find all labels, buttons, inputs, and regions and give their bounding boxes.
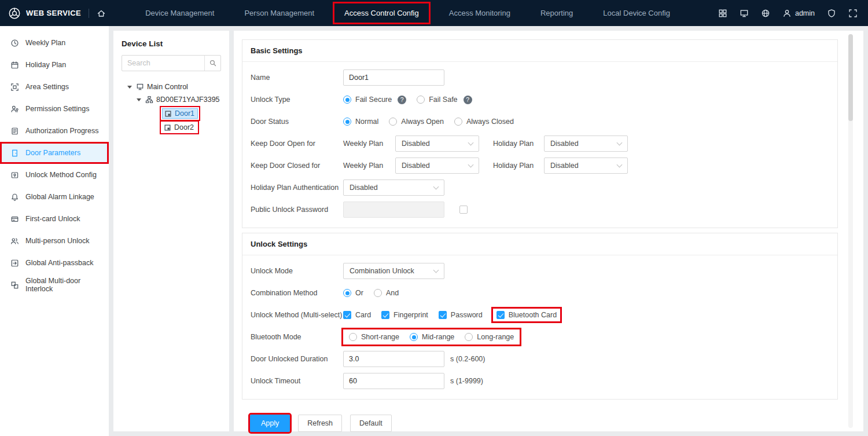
radio-short-range[interactable]: Short-range	[349, 333, 399, 341]
sidebar-item-label: Global Alarm Linkage	[25, 193, 94, 201]
monitor-icon[interactable]	[740, 9, 749, 18]
unlock-mode-select[interactable]: Combination Unlock	[343, 263, 444, 279]
multi-person-icon	[10, 237, 19, 246]
name-input[interactable]	[343, 69, 444, 86]
checkbox-label: Bluetooth Card	[509, 311, 557, 319]
checkbox-fingerprint[interactable]: Fingerprint	[381, 311, 428, 319]
main-panel: Basic Settings Name Unlock Type Fail Sec…	[234, 31, 863, 431]
default-button[interactable]: Default	[350, 415, 392, 432]
door-icon	[10, 149, 19, 157]
topbar-right-icons: admin	[718, 9, 868, 18]
sidebar-item-global-alarm-linkage[interactable]: Global Alarm Linkage	[0, 186, 109, 208]
sidebar-item-door-parameters[interactable]: Door Parameters	[0, 142, 109, 164]
radio-label: Always Closed	[466, 118, 514, 126]
help-icon[interactable]	[398, 96, 406, 104]
public-password-input[interactable]	[343, 201, 444, 218]
holiday-plan-label: Holiday Plan	[493, 140, 544, 148]
row-door-unlocked-duration: Door Unlocked Duration s (0.2-600)	[242, 348, 837, 370]
document-progress-icon	[10, 127, 19, 135]
tree-node-door1[interactable]: Door1	[113, 107, 229, 120]
door2-chip[interactable]: Door2	[162, 123, 197, 132]
scrollbar-thumb[interactable]	[848, 34, 853, 121]
caret-down-icon[interactable]	[127, 86, 132, 89]
interlock-icon	[10, 281, 19, 290]
timeout-input[interactable]	[343, 373, 444, 389]
checkbox-password[interactable]: Password	[439, 311, 483, 319]
sidebar: Weekly Plan Holiday Plan Area Settings P…	[0, 26, 109, 436]
caret-down-icon[interactable]	[137, 98, 141, 101]
keep-open-holiday-select[interactable]: Disabled	[544, 135, 628, 152]
search-input[interactable]	[122, 59, 204, 67]
sidebar-item-multi-person-unlock[interactable]: Multi-person Unlock	[0, 230, 109, 252]
radio-label: Long-range	[477, 333, 514, 341]
sidebar-item-label: Multi-person Unlock	[25, 237, 89, 245]
radio-icon	[389, 118, 397, 126]
radio-long-range[interactable]: Long-range	[465, 333, 514, 341]
sidebar-item-permission-settings[interactable]: Permission Settings	[0, 98, 109, 120]
tree-node-controller[interactable]: 8D00E71YAJF3395	[113, 93, 229, 106]
main-control-icon	[136, 83, 144, 91]
checkbox-card[interactable]: Card	[343, 311, 371, 319]
radio-mid-range[interactable]: Mid-range	[410, 333, 454, 341]
sidebar-item-unlock-method-config[interactable]: Unlock Method Config	[0, 164, 109, 186]
apply-button[interactable]: Apply	[250, 415, 290, 432]
radio-always-open[interactable]: Always Open	[389, 118, 444, 126]
fullscreen-icon[interactable]	[848, 9, 858, 18]
tree-node-label: Main Control	[147, 83, 188, 91]
name-label: Name	[251, 74, 343, 82]
nav-local-device-config[interactable]: Local Device Config	[593, 3, 680, 23]
checkbox-bluetooth-card[interactable]: Bluetooth Card	[493, 309, 560, 321]
chevron-down-icon	[468, 162, 474, 167]
apps-grid-icon[interactable]	[718, 9, 727, 18]
nav-reporting[interactable]: Reporting	[531, 3, 583, 23]
sidebar-item-global-multi-door-interlock[interactable]: Global Multi-door Interlock	[0, 274, 109, 296]
radio-and[interactable]: And	[374, 289, 399, 297]
radio-label: Or	[355, 289, 363, 297]
radio-fail-secure[interactable]: Fail Secure	[343, 96, 406, 104]
device-search	[122, 55, 221, 71]
public-password-checkbox[interactable]	[459, 206, 468, 214]
help-icon[interactable]	[464, 96, 472, 104]
globe-icon[interactable]	[761, 9, 770, 18]
radio-icon	[454, 118, 462, 126]
home-icon[interactable]	[97, 9, 106, 18]
row-public-unlock-password: Public Unlock Password	[242, 199, 837, 221]
tree-node-door2[interactable]: Door2	[113, 121, 229, 134]
radio-normal[interactable]: Normal	[343, 118, 378, 126]
device-list-title: Device List	[113, 31, 229, 55]
door1-chip[interactable]: Door1	[162, 108, 198, 119]
area-frame-icon	[10, 83, 19, 91]
radio-icon	[417, 96, 425, 104]
radio-fail-safe[interactable]: Fail Safe	[417, 96, 472, 104]
holiday-auth-select[interactable]: Disabled	[343, 179, 444, 196]
unlock-settings-section: Unlock Settings Unlock Mode Combination …	[242, 233, 838, 400]
keep-open-weekly-select[interactable]: Disabled	[395, 135, 479, 152]
security-shield-icon[interactable]	[827, 9, 836, 18]
radio-selected-icon	[410, 333, 418, 341]
nav-access-monitoring[interactable]: Access Monitoring	[439, 3, 520, 23]
sidebar-item-weekly-plan[interactable]: Weekly Plan	[0, 32, 109, 54]
chevron-down-icon	[617, 162, 623, 167]
user-menu[interactable]: admin	[782, 9, 815, 18]
duration-input[interactable]	[343, 351, 444, 367]
sidebar-item-authorization-progress[interactable]: Authorization Progress	[0, 120, 109, 142]
sidebar-item-area-settings[interactable]: Area Settings	[0, 76, 109, 98]
nav-device-management[interactable]: Device Management	[135, 3, 224, 23]
row-keep-door-closed: Keep Door Closed for Weekly Plan Disable…	[242, 155, 837, 177]
radio-or[interactable]: Or	[343, 289, 363, 297]
radio-always-closed[interactable]: Always Closed	[454, 118, 514, 126]
nav-person-management[interactable]: Person Management	[234, 3, 324, 23]
refresh-button[interactable]: Refresh	[298, 415, 342, 432]
radio-label: Fail Safe	[429, 96, 457, 104]
keep-closed-weekly-select[interactable]: Disabled	[395, 157, 479, 174]
chevron-down-icon	[468, 140, 474, 145]
search-icon[interactable]	[204, 56, 220, 71]
radio-selected-icon	[343, 289, 351, 297]
nav-access-control-config[interactable]: Access Control Config	[334, 3, 429, 23]
top-navigation: Device Management Person Management Acce…	[130, 0, 685, 26]
sidebar-item-holiday-plan[interactable]: Holiday Plan	[0, 54, 109, 76]
keep-closed-holiday-select[interactable]: Disabled	[544, 157, 628, 174]
sidebar-item-first-card-unlock[interactable]: First-card Unlock	[0, 208, 109, 230]
tree-node-main-control[interactable]: Main Control	[113, 80, 229, 93]
sidebar-item-global-anti-passback[interactable]: Global Anti-passback	[0, 252, 109, 274]
